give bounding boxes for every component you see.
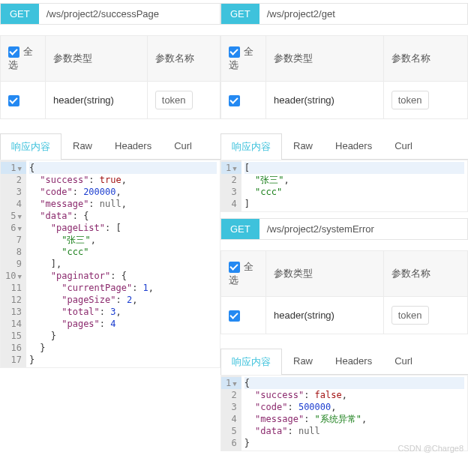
tab-curl[interactable]: Curl xyxy=(383,133,424,160)
line-numbers: 1▼23456 xyxy=(221,376,242,451)
select-all-checkbox[interactable] xyxy=(229,46,240,58)
panel-success: GET /ws/project2/successPage 全选 参数类型 参数名… xyxy=(0,0,220,457)
url-bar: GET /ws/project2/systemError xyxy=(220,218,468,240)
panel-get: GET /ws/project2/get 全选 参数类型 参数名称 header… xyxy=(220,3,468,212)
table-row: header(string) token xyxy=(221,297,468,334)
row-checkbox[interactable] xyxy=(8,95,20,106)
code-block: 1▼234 [ "张三", "ccc" ] xyxy=(220,160,468,212)
tab-headers[interactable]: Headers xyxy=(104,133,163,160)
code-source[interactable]: { "success": true, "code": 200000, "mess… xyxy=(26,160,220,367)
params-table: 全选 参数类型 参数名称 header(string) token xyxy=(220,250,468,334)
response-tabs: 响应内容 Raw Headers Curl xyxy=(220,133,468,160)
params-table: 全选 参数类型 参数名称 header(string) token xyxy=(220,35,468,119)
param-name-input[interactable]: token xyxy=(155,91,193,109)
tab-raw[interactable]: Raw xyxy=(282,349,324,375)
select-all-checkbox[interactable] xyxy=(8,46,20,58)
tab-content[interactable]: 响应内容 xyxy=(220,349,282,375)
table-row: header(string) token xyxy=(221,82,468,119)
url-bar: GET /ws/project2/get xyxy=(220,3,468,25)
line-numbers: 1▼2345▼6▼78910▼11121314151617 xyxy=(1,160,26,367)
param-name-input[interactable]: token xyxy=(392,91,429,109)
row-checkbox[interactable] xyxy=(229,95,240,106)
tab-headers[interactable]: Headers xyxy=(324,349,383,375)
code-block: 1▼23456 { "success": false, "code": 5000… xyxy=(220,375,468,451)
tab-curl[interactable]: Curl xyxy=(383,349,424,375)
response-tabs: 响应内容 Raw Headers Curl xyxy=(220,348,468,375)
col-param-type: 参数类型 xyxy=(46,36,148,82)
panel-error: GET /ws/project2/systemError 全选 参数类型 参数名… xyxy=(220,218,468,451)
col-param-name: 参数名称 xyxy=(147,36,220,82)
select-all-checkbox[interactable] xyxy=(229,262,240,273)
param-type-cell: header(string) xyxy=(46,82,148,119)
param-type-cell: header(string) xyxy=(266,297,384,334)
watermark: CSDN @Charge8 xyxy=(398,444,464,453)
table-row: header(string) token xyxy=(1,82,220,119)
param-name-input[interactable]: token xyxy=(392,306,429,325)
code-source[interactable]: { "success": false, "code": 500000, "mes… xyxy=(242,376,467,451)
url-bar: GET /ws/project2/successPage xyxy=(0,3,220,25)
http-method[interactable]: GET xyxy=(221,4,260,24)
http-method[interactable]: GET xyxy=(1,4,39,24)
line-numbers: 1▼234 xyxy=(221,160,242,211)
col-param-name: 参数名称 xyxy=(383,36,467,82)
col-param-name: 参数名称 xyxy=(383,251,467,297)
tab-content[interactable]: 响应内容 xyxy=(220,133,282,160)
code-block: 1▼2345▼6▼78910▼11121314151617 { "success… xyxy=(0,160,220,368)
tab-headers[interactable]: Headers xyxy=(324,133,383,160)
param-type-cell: header(string) xyxy=(266,82,384,119)
url-path[interactable]: /ws/project2/successPage xyxy=(39,4,220,24)
url-path[interactable]: /ws/project2/systemError xyxy=(260,219,467,239)
col-param-type: 参数类型 xyxy=(266,251,384,297)
tab-raw[interactable]: Raw xyxy=(62,133,104,160)
tab-curl[interactable]: Curl xyxy=(163,133,203,160)
row-checkbox[interactable] xyxy=(229,310,240,322)
url-path[interactable]: /ws/project2/get xyxy=(260,4,467,24)
tab-raw[interactable]: Raw xyxy=(282,133,324,160)
params-table: 全选 参数类型 参数名称 header(string) token xyxy=(0,35,220,119)
tab-content[interactable]: 响应内容 xyxy=(0,133,62,160)
response-tabs: 响应内容 Raw Headers Curl xyxy=(0,133,220,160)
code-source[interactable]: [ "张三", "ccc" ] xyxy=(242,160,467,211)
col-param-type: 参数类型 xyxy=(266,36,384,82)
http-method[interactable]: GET xyxy=(221,219,260,239)
